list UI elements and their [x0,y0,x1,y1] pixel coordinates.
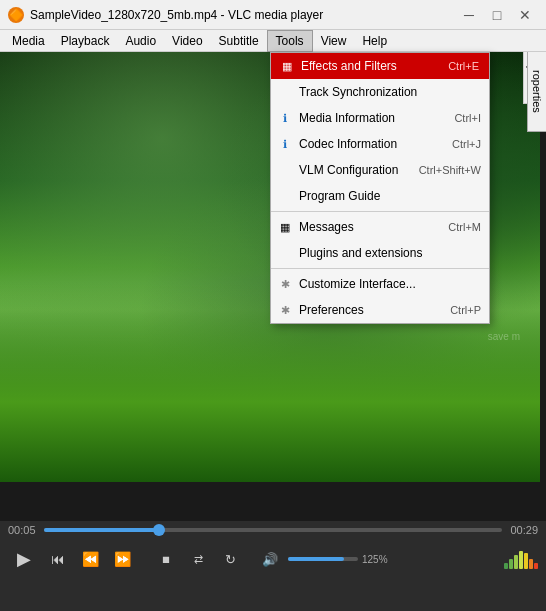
tools-dropdown: ▦ Effects and Filters Ctrl+E Track Synch… [270,52,490,324]
progress-bar[interactable] [44,528,502,532]
menu-video[interactable]: Video [164,30,210,52]
vol-bar-1 [504,563,508,569]
control-bar: 00:05 00:29 ▶ ⏮ ⏪ ⏩ ⏹ ⇄ ↻ 🔊 125% [0,521,546,611]
progress-knob[interactable] [153,524,165,536]
mute-button[interactable]: 🔊 [256,545,284,573]
menu-item-media-info[interactable]: ℹ Media Information Ctrl+I [271,105,489,131]
vlm-icon [277,162,293,178]
messages-icon: ▦ [277,219,293,235]
right-controls [504,549,538,569]
watermark-text: save m [488,331,520,342]
preferences-shortcut: Ctrl+P [450,304,481,316]
menu-item-effects[interactable]: ▦ Effects and Filters Ctrl+E [271,53,489,79]
controls-row: ▶ ⏮ ⏪ ⏩ ⏹ ⇄ ↻ 🔊 125% [0,539,546,579]
toggle-button[interactable]: ⇄ [184,545,212,573]
volume-fill [288,557,344,561]
menu-playback[interactable]: Playback [53,30,118,52]
effects-label: Effects and Filters [301,59,397,73]
time-total: 00:29 [508,524,538,536]
skip-back-button[interactable]: ⏪ [76,545,104,573]
vol-bar-7 [534,563,538,569]
track-sync-label: Track Synchronization [299,85,417,99]
media-info-icon: ℹ [277,110,293,126]
menu-item-program-guide[interactable]: Program Guide [271,183,489,209]
vol-bar-4 [519,551,523,569]
progress-fill [44,528,159,532]
vol-bar-3 [514,555,518,569]
track-sync-icon [277,84,293,100]
vol-bar-6 [529,559,533,569]
minimize-button[interactable]: ─ [456,5,482,25]
messages-shortcut: Ctrl+M [448,221,481,233]
volume-area: 🔊 125% [256,545,392,573]
maximize-button[interactable]: □ [484,5,510,25]
menu-audio[interactable]: Audio [117,30,164,52]
messages-label: Messages [299,220,354,234]
plugins-icon [277,245,293,261]
preferences-icon: ✱ [277,302,293,318]
customize-label: Customize Interface... [299,277,416,291]
stop-button[interactable]: ⏹ [152,545,180,573]
properties-panel-tab[interactable]: roperties [527,52,546,132]
volume-bar[interactable] [288,557,358,561]
preferences-label: Preferences [299,303,364,317]
vol-bar-5 [524,553,528,569]
menu-view[interactable]: View [313,30,355,52]
separator-1 [271,211,489,212]
skip-fwd-button[interactable]: ⏩ [108,545,136,573]
menu-item-plugins[interactable]: Plugins and extensions [271,240,489,266]
prev-button[interactable]: ⏮ [44,545,72,573]
program-guide-label: Program Guide [299,189,380,203]
media-info-label: Media Information [299,111,395,125]
app-icon: 🔶 [8,7,24,23]
menu-media[interactable]: Media [4,30,53,52]
media-info-shortcut: Ctrl+I [454,112,481,124]
program-guide-icon [277,188,293,204]
window-title: SampleVideo_1280x720_5mb.mp4 - VLC media… [30,8,456,22]
play-button[interactable]: ▶ [8,543,40,575]
menu-item-messages[interactable]: ▦ Messages Ctrl+M [271,214,489,240]
customize-icon: ✱ [277,276,293,292]
codec-info-label: Codec Information [299,137,397,151]
progress-area: 00:05 00:29 [0,521,546,539]
effects-shortcut: Ctrl+E [448,60,479,72]
vlm-config-shortcut: Ctrl+Shift+W [419,164,481,176]
menu-item-codec-info[interactable]: ℹ Codec Information Ctrl+J [271,131,489,157]
volume-pct: 125% [362,554,392,565]
menu-item-customize[interactable]: ✱ Customize Interface... [271,271,489,297]
menu-tools[interactable]: Tools [267,30,313,52]
window-controls: ─ □ ✕ [456,5,538,25]
menu-item-vlm-config[interactable]: VLM Configuration Ctrl+Shift+W [271,157,489,183]
menu-bar: Media Playback Audio Video Subtitle Tool… [0,30,546,52]
menu-item-track-sync[interactable]: Track Synchronization [271,79,489,105]
title-bar: 🔶 SampleVideo_1280x720_5mb.mp4 - VLC med… [0,0,546,30]
menu-subtitle[interactable]: Subtitle [211,30,267,52]
codec-info-shortcut: Ctrl+J [452,138,481,150]
separator-2 [271,268,489,269]
color-volume-indicator [504,549,538,569]
effects-icon: ▦ [279,58,295,74]
codec-info-icon: ℹ [277,136,293,152]
time-current: 00:05 [8,524,38,536]
vlm-config-label: VLM Configuration [299,163,398,177]
plugins-label: Plugins and extensions [299,246,422,260]
menu-item-preferences[interactable]: ✱ Preferences Ctrl+P [271,297,489,323]
properties-tab-label: roperties [531,70,543,113]
vol-bar-2 [509,559,513,569]
close-button[interactable]: ✕ [512,5,538,25]
loop-button[interactable]: ↻ [216,545,244,573]
menu-help[interactable]: Help [354,30,395,52]
